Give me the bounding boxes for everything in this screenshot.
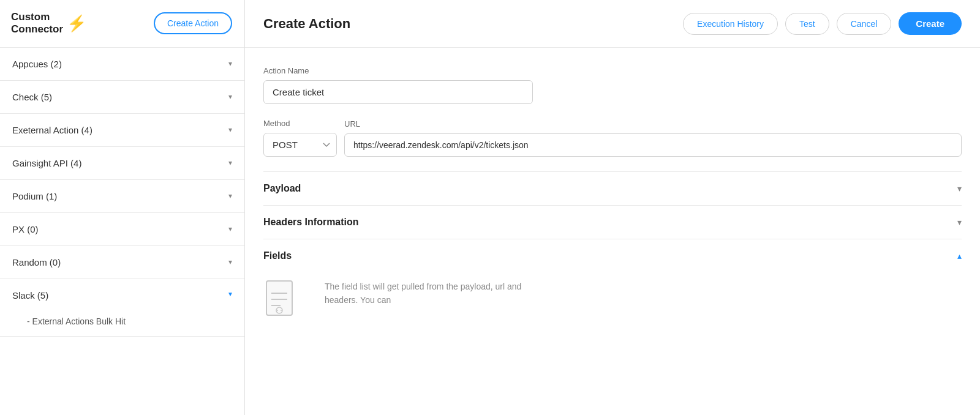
fields-title: Fields bbox=[263, 250, 292, 261]
page-title: Create Action bbox=[263, 16, 350, 32]
chevron-down-icon: ▾ bbox=[228, 59, 232, 68]
payload-section: Payload ▾ bbox=[263, 171, 962, 205]
sidebar-item-slack-header[interactable]: Slack (5) ▴ bbox=[0, 279, 244, 312]
sidebar-item-check-header[interactable]: Check (5) ▾ bbox=[0, 81, 244, 113]
action-name-label: Action Name bbox=[263, 66, 962, 75]
method-group: Method GET POST PUT PATCH DELETE bbox=[263, 119, 337, 157]
headers-information-title: Headers Information bbox=[263, 217, 359, 228]
chevron-up-icon: ▴ bbox=[228, 291, 232, 299]
sidebar-item-check-label: Check (5) bbox=[12, 92, 52, 102]
brand-area: CustomConnector ⚡ bbox=[11, 11, 86, 36]
header-actions: Execution History Test Cancel Create bbox=[683, 12, 962, 35]
brand-icon: ⚡ bbox=[67, 14, 86, 33]
sidebar-item-random-header[interactable]: Random (0) ▾ bbox=[0, 246, 244, 279]
sidebar-item-exeternal-action: Exeternal Action (4) ▾ bbox=[0, 114, 244, 147]
sidebar-item-px-label: PX (0) bbox=[12, 224, 39, 234]
empty-document-icon bbox=[263, 280, 300, 323]
fields-header[interactable]: Fields ▴ bbox=[263, 250, 962, 261]
payload-header[interactable]: Payload ▾ bbox=[263, 183, 962, 194]
url-input[interactable] bbox=[344, 133, 962, 157]
svg-rect-0 bbox=[266, 281, 292, 315]
sidebar-item-podium-header[interactable]: Podium (1) ▾ bbox=[0, 180, 244, 212]
cancel-button[interactable]: Cancel bbox=[837, 13, 892, 35]
main-content: Create Action Execution History Test Can… bbox=[245, 0, 980, 415]
sidebar-item-gainsight-api-label: Gainsight API (4) bbox=[12, 158, 81, 168]
fields-section: Fields ▴ The field list will get pulled bbox=[263, 239, 962, 334]
method-url-row: Method GET POST PUT PATCH DELETE URL bbox=[263, 119, 962, 157]
sidebar-header: CustomConnector ⚡ Create Action bbox=[0, 0, 244, 48]
headers-information-section: Headers Information ▾ bbox=[263, 205, 962, 239]
main-body: Action Name Method GET POST PUT PATCH DE… bbox=[245, 48, 980, 415]
sidebar-item-podium-label: Podium (1) bbox=[12, 191, 57, 201]
main-header: Create Action Execution History Test Can… bbox=[245, 0, 980, 48]
sidebar-item-exeternal-action-header[interactable]: Exeternal Action (4) ▾ bbox=[0, 114, 244, 146]
payload-title: Payload bbox=[263, 183, 301, 194]
sidebar-item-gainsight-api: Gainsight API (4) ▾ bbox=[0, 147, 244, 180]
chevron-down-icon: ▾ bbox=[228, 125, 232, 134]
url-label: URL bbox=[344, 119, 962, 129]
chevron-down-icon: ▾ bbox=[228, 258, 232, 266]
sidebar-item-podium: Podium (1) ▾ bbox=[0, 180, 244, 213]
brand-title: CustomConnector bbox=[11, 11, 63, 36]
sidebar-item-slack: Slack (5) ▴ - External Actions Bulk Hit bbox=[0, 279, 244, 337]
sidebar-item-appcues-label: Appcues (2) bbox=[12, 59, 62, 69]
sidebar-item-appcues-header[interactable]: Appcues (2) ▾ bbox=[0, 48, 244, 80]
sidebar-item-px: PX (0) ▾ bbox=[0, 213, 244, 246]
headers-chevron-down-icon: ▾ bbox=[957, 217, 962, 227]
sidebar-sub-item-external-actions-bulk-hit[interactable]: - External Actions Bulk Hit bbox=[15, 312, 244, 331]
create-action-sidebar-button[interactable]: Create Action bbox=[154, 12, 232, 34]
create-button[interactable]: Create bbox=[899, 12, 962, 35]
fields-content: The field list will get pulled from the … bbox=[263, 274, 962, 323]
headers-information-header[interactable]: Headers Information ▾ bbox=[263, 217, 962, 228]
action-name-input[interactable] bbox=[263, 80, 533, 104]
sidebar-item-random: Random (0) ▾ bbox=[0, 246, 244, 279]
url-group: URL bbox=[344, 119, 962, 157]
sidebar-item-px-header[interactable]: PX (0) ▾ bbox=[0, 213, 244, 245]
method-select[interactable]: GET POST PUT PATCH DELETE bbox=[263, 133, 337, 157]
sidebar-item-appcues: Appcues (2) ▾ bbox=[0, 48, 244, 81]
chevron-down-icon: ▾ bbox=[228, 92, 232, 101]
chevron-down-icon: ▾ bbox=[228, 159, 232, 167]
sidebar-item-gainsight-api-header[interactable]: Gainsight API (4) ▾ bbox=[0, 147, 244, 179]
sidebar-list: Appcues (2) ▾ Check (5) ▾ Exeternal Acti… bbox=[0, 48, 244, 415]
action-name-section: Action Name bbox=[263, 66, 962, 104]
sidebar-item-random-label: Random (0) bbox=[12, 257, 61, 267]
empty-fields-icon-area bbox=[263, 280, 300, 323]
execution-history-button[interactable]: Execution History bbox=[683, 13, 778, 35]
sidebar: CustomConnector ⚡ Create Action Appcues … bbox=[0, 0, 245, 415]
fields-chevron-up-icon: ▴ bbox=[957, 251, 962, 261]
sidebar-item-exeternal-action-label: Exeternal Action (4) bbox=[12, 125, 92, 135]
chevron-down-icon: ▾ bbox=[228, 192, 232, 200]
fields-hint-text: The field list will get pulled from the … bbox=[325, 274, 545, 307]
test-button[interactable]: Test bbox=[785, 13, 829, 35]
sidebar-slack-sub-items: - External Actions Bulk Hit bbox=[0, 312, 244, 336]
sidebar-item-slack-label: Slack (5) bbox=[12, 290, 48, 301]
method-label: Method bbox=[263, 119, 337, 128]
chevron-down-icon: ▾ bbox=[228, 225, 232, 233]
payload-chevron-down-icon: ▾ bbox=[957, 184, 962, 193]
sidebar-item-check: Check (5) ▾ bbox=[0, 81, 244, 114]
